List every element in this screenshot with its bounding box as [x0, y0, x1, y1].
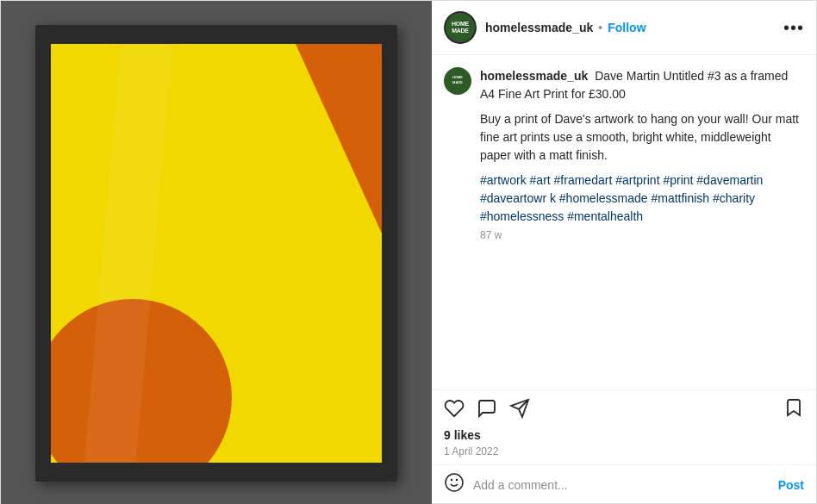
avatar[interactable]: HOME MADE — [444, 11, 477, 44]
emoji-icon[interactable] — [444, 472, 465, 498]
caption-username[interactable]: homelessmade_uk — [480, 69, 588, 83]
hashtags-text[interactable]: #artwork #art #framedart #artprint #prin… — [480, 173, 763, 223]
post-image — [1, 1, 432, 504]
save-icon[interactable] — [783, 397, 804, 423]
avatar-logo: HOME MADE — [446, 13, 475, 42]
post-comment-button[interactable]: Post — [778, 478, 804, 492]
caption-content: homelessmade_uk Dave Martin Untitled #3 … — [480, 67, 804, 241]
likes-count: 9 likes — [432, 426, 816, 444]
triangle-shape — [296, 44, 382, 233]
avatar-text: HOME MADE — [446, 21, 475, 34]
svg-point-5 — [446, 474, 463, 491]
comment-input[interactable] — [473, 478, 770, 492]
caption-text: homelessmade_uk Dave Martin Untitled #3 … — [480, 67, 804, 103]
post-date: 1 April 2022 — [432, 444, 816, 464]
caption-row: HOME MADE homelessmade_uk Dave Martin Un… — [444, 67, 804, 241]
header-info: homelessmade_uk • Follow — [485, 21, 775, 34]
caption-time: 87 w — [480, 229, 804, 241]
action-icons — [444, 397, 804, 423]
dot-separator: • — [598, 21, 602, 34]
svg-text:HOME: HOME — [452, 75, 463, 79]
artwork-frame — [35, 25, 397, 482]
caption-description: Buy a print of Dave's artwork to hang on… — [480, 110, 804, 165]
like-icon[interactable] — [444, 398, 465, 422]
actions-bar — [432, 389, 816, 426]
header-username[interactable]: homelessmade_uk — [485, 21, 593, 34]
caption-avatar-text: HOME MADE — [449, 72, 466, 90]
more-options-icon[interactable]: ••• — [783, 18, 804, 38]
caption-hashtags: #artwork #art #framedart #artprint #prin… — [480, 171, 804, 226]
comment-input-area: Post — [432, 464, 816, 504]
post-content: HOME MADE homelessmade_uk • Follow ••• H… — [432, 1, 816, 504]
post-container: HOME MADE homelessmade_uk • Follow ••• H… — [0, 0, 817, 504]
caption-avatar[interactable]: HOME MADE — [444, 67, 471, 95]
share-icon[interactable] — [509, 398, 530, 422]
comment-icon[interactable] — [477, 398, 497, 422]
follow-button[interactable]: Follow — [608, 21, 645, 34]
svg-text:MADE: MADE — [452, 80, 463, 84]
post-header: HOME MADE homelessmade_uk • Follow ••• — [432, 1, 816, 55]
artwork-canvas — [51, 44, 382, 463]
caption-area: HOME MADE homelessmade_uk Dave Martin Un… — [432, 55, 816, 389]
